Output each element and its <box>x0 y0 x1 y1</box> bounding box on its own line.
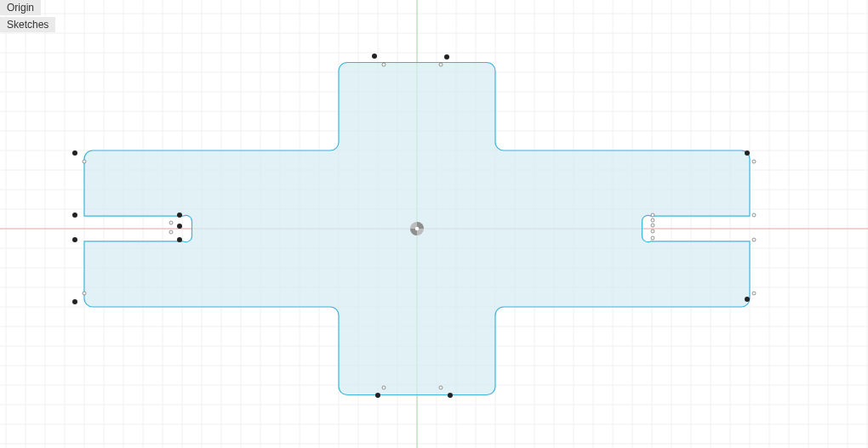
sketch-point[interactable] <box>382 386 385 389</box>
sketch-point[interactable] <box>382 63 385 66</box>
sketch-endpoint[interactable] <box>177 237 182 242</box>
sketch-point[interactable] <box>752 160 756 163</box>
sketch-point[interactable] <box>651 230 654 233</box>
sketch-endpoint[interactable] <box>444 54 449 60</box>
sketch-point[interactable] <box>83 160 86 163</box>
sketch-point[interactable] <box>651 236 654 240</box>
browser-panel: Origin Sketches <box>0 0 55 34</box>
sketch-point[interactable] <box>752 238 756 241</box>
sketch-endpoint[interactable] <box>72 237 77 242</box>
sketch-point[interactable] <box>169 230 173 234</box>
sketch-point[interactable] <box>651 213 654 217</box>
sketch-point[interactable] <box>651 218 654 222</box>
sketch-point[interactable] <box>651 224 654 227</box>
sketch-endpoint[interactable] <box>375 393 380 398</box>
sketch-point[interactable] <box>169 221 173 224</box>
sketch-endpoint[interactable] <box>72 213 77 218</box>
viewport-svg <box>0 0 868 448</box>
browser-item-origin[interactable]: Origin <box>0 0 41 15</box>
sketch-endpoint[interactable] <box>448 393 453 398</box>
sketch-point[interactable] <box>83 292 86 295</box>
origin-icon <box>410 222 424 235</box>
sketch-point[interactable] <box>752 292 756 295</box>
sketch-endpoint[interactable] <box>745 297 750 302</box>
sketch-endpoint[interactable] <box>72 299 77 304</box>
sketch-endpoint[interactable] <box>372 54 377 59</box>
sketch-endpoint[interactable] <box>745 150 750 156</box>
sketch-point[interactable] <box>439 63 443 66</box>
sketch-canvas[interactable] <box>0 0 868 448</box>
browser-item-sketches[interactable]: Sketches <box>0 17 55 32</box>
sketch-endpoint[interactable] <box>177 213 182 218</box>
sketch-point[interactable] <box>752 213 756 217</box>
svg-point-69 <box>415 227 419 230</box>
sketch-point[interactable] <box>439 386 443 389</box>
sketch-endpoint[interactable] <box>177 224 182 229</box>
sketch-endpoint[interactable] <box>72 150 77 156</box>
